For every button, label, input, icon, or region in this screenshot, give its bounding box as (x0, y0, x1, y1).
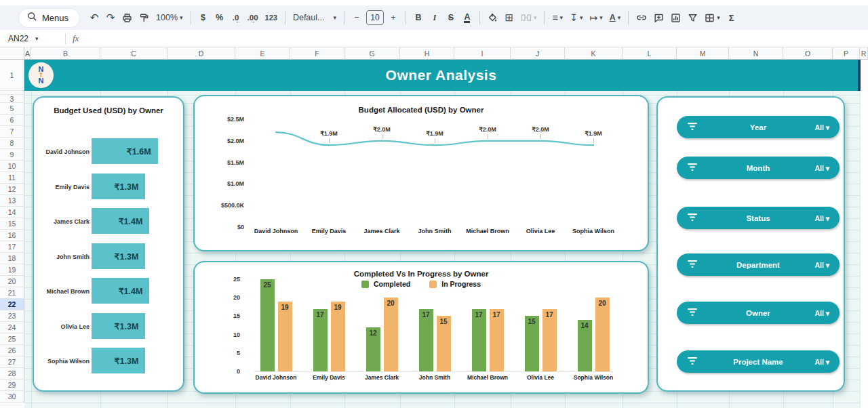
paint-format-button[interactable] (136, 9, 153, 26)
column-header-M[interactable]: M (677, 47, 729, 60)
row-header-9[interactable]: 9 (0, 149, 24, 161)
fill-color-button[interactable] (484, 9, 501, 26)
row-header-23[interactable]: 23 (0, 310, 24, 322)
font-size-input[interactable]: 10 (366, 10, 384, 25)
filter-value-dropdown[interactable]: All ▾ (814, 309, 829, 317)
column-header-D[interactable]: D (167, 47, 235, 60)
row-header-11[interactable]: 11 (0, 172, 24, 184)
undo-button[interactable]: ↶ (86, 9, 102, 26)
filter-value-dropdown[interactable]: All ▾ (814, 164, 829, 172)
column-header-C[interactable]: C (100, 47, 167, 60)
completed-vs-inprogress-chart[interactable]: Completed Vs In Progress by Owner Comple… (193, 261, 649, 394)
format-percent-button[interactable]: % (212, 9, 228, 26)
column-header-G[interactable]: G (344, 47, 400, 60)
horizontal-align-button[interactable]: ≡ ▾ (549, 9, 566, 26)
row-header-24[interactable]: 24 (0, 322, 24, 333)
name-box[interactable]: AN22 ▾ (0, 34, 58, 43)
decrease-decimal-button[interactable]: .0← (228, 9, 244, 26)
row-header-25[interactable]: 25 (0, 333, 24, 345)
text-color-button[interactable]: A (459, 9, 475, 26)
row-header-20[interactable]: 20 (0, 276, 24, 287)
column-header-R[interactable]: R (860, 47, 868, 60)
filter-button-year[interactable]: YearAll ▾ (677, 116, 840, 138)
row-header-29[interactable]: 29 (0, 380, 24, 391)
y-axis-tick: 10 (195, 331, 240, 338)
row-header-8[interactable]: 8 (0, 138, 24, 149)
row-header-28[interactable]: 28 (0, 368, 24, 380)
data-point-label: ₹1.9M (576, 130, 610, 137)
column-header-P[interactable]: P (833, 47, 860, 60)
filter-button-status[interactable]: StatusAll ▾ (677, 207, 840, 229)
text-rotation-button[interactable]: A ▾ (606, 9, 625, 26)
row-header-30[interactable]: 30 (0, 391, 24, 403)
row-header-3[interactable]: 3 (0, 95, 24, 103)
menus-search-button[interactable]: Menus (19, 9, 79, 27)
row-header-12[interactable]: 12 (0, 184, 24, 195)
format-currency-button[interactable]: $ (195, 9, 212, 26)
strikethrough-button[interactable]: S (443, 9, 459, 26)
more-formats-button[interactable]: 123 (262, 9, 281, 26)
row-header-26[interactable]: 26 (0, 345, 24, 356)
row-header-1[interactable]: 1 (0, 60, 24, 91)
filter-value-dropdown[interactable]: All ▾ (814, 261, 829, 269)
column-header-O[interactable]: O (783, 47, 833, 60)
budget-used-chart[interactable]: Budget Used (USD) by Owner David Johnson… (33, 96, 184, 392)
borders-button[interactable]: ⊞ (501, 9, 517, 26)
filter-button-owner[interactable]: OwnerAll ▾ (677, 302, 840, 324)
row-header-7[interactable]: 7 (0, 126, 24, 138)
column-header-H[interactable]: H (400, 47, 454, 60)
filter-button-month[interactable]: MonthAll ▾ (677, 157, 840, 179)
column-header-B[interactable]: B (31, 47, 100, 60)
row-header-19[interactable]: 19 (0, 264, 24, 276)
table-views-button[interactable]: ▾ (701, 9, 724, 26)
row-header-17[interactable]: 17 (0, 241, 24, 253)
chevron-down-icon: ▾ (35, 35, 39, 42)
font-family-control[interactable]: Defaul... ▾ (290, 9, 340, 26)
italic-button[interactable]: I (427, 9, 443, 26)
create-filter-button[interactable] (684, 9, 701, 26)
spreadsheet-app: Menus ↶ ↷ 100% ▾ $ % .0← .00→ 123 Defaul… (0, 0, 868, 408)
filter-value-dropdown[interactable]: All ▾ (814, 123, 829, 131)
zoom-control[interactable]: 100% ▾ (153, 9, 186, 26)
borders-icon: ⊞ (505, 12, 514, 24)
column-header-J[interactable]: J (511, 47, 565, 60)
row-header-18[interactable]: 18 (0, 253, 24, 264)
redo-button[interactable]: ↷ (102, 9, 119, 26)
select-all-corner[interactable] (0, 47, 24, 60)
budget-allocated-chart[interactable]: Budget Allocated (USD) by Owner $2.5M$2.… (193, 95, 649, 251)
filter-value-dropdown[interactable]: All ▾ (814, 214, 829, 222)
text-wrap-button[interactable]: ↦ ▾ (586, 9, 606, 26)
row-header-15[interactable]: 15 (0, 218, 24, 230)
column-header-E[interactable]: E (235, 47, 290, 60)
insert-chart-button[interactable] (667, 9, 684, 26)
row-header-5[interactable]: 5 (0, 103, 24, 115)
row-header-27[interactable]: 27 (0, 356, 24, 368)
column-header-F[interactable]: F (290, 47, 344, 60)
row-header-6[interactable]: 6 (0, 115, 24, 126)
print-button[interactable] (119, 9, 136, 26)
column-header-I[interactable]: I (454, 47, 511, 60)
column-header-L[interactable]: L (623, 47, 677, 60)
row-header-13[interactable]: 13 (0, 195, 24, 207)
decrease-font-size-button[interactable]: − (349, 9, 365, 26)
row-header-21[interactable]: 21 (0, 287, 24, 299)
increase-decimal-button[interactable]: .00→ (244, 9, 262, 26)
merge-cells-button[interactable]: ▾ (517, 9, 540, 26)
increase-font-size-button[interactable]: + (385, 9, 401, 26)
insert-link-button[interactable] (633, 9, 650, 26)
row-header-16[interactable]: 16 (0, 230, 24, 241)
vertical-align-button[interactable]: ↧ ▾ (566, 9, 586, 26)
bold-button[interactable]: B (410, 9, 427, 26)
insert-comment-button[interactable] (650, 9, 667, 26)
functions-button[interactable]: Σ (724, 9, 740, 26)
column-header-N[interactable]: N (729, 47, 783, 60)
row-header-22[interactable]: 22 (0, 299, 24, 310)
column-header-K[interactable]: K (565, 47, 623, 60)
filter-value-dropdown[interactable]: All ▾ (814, 358, 829, 366)
column-header-A[interactable]: A (24, 47, 31, 60)
filter-button-department[interactable]: DepartmentAll ▾ (677, 253, 840, 276)
row-header-14[interactable]: 14 (0, 207, 24, 218)
row-header-10[interactable]: 10 (0, 161, 24, 172)
bar-category-label: James Clark (35, 218, 90, 225)
filter-button-project-name[interactable]: Project NameAll ▾ (677, 350, 840, 373)
